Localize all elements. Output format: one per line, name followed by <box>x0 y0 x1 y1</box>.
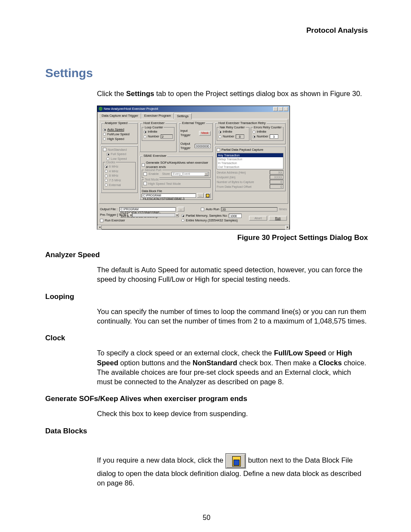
partial-capture-checkbox[interactable] <box>217 148 220 152</box>
close-button[interactable]: × <box>283 107 288 111</box>
hs-test-checkbox[interactable] <box>143 182 147 185</box>
retry-group: Host Exerciser Transaction Retry Nak Ret… <box>215 121 286 145</box>
clock1-label: 6 MHz <box>109 165 118 169</box>
bytes-label: Number of Bytes to Capture <box>217 180 254 184</box>
data-block-file-icon <box>225 453 246 469</box>
clock-t1: To specify a clock speed or an external … <box>97 349 274 357</box>
radio-err-number[interactable] <box>252 135 255 138</box>
fullspeed-label: Full Speed <box>111 152 126 156</box>
endpoint-label: Endpoint (bin) <box>217 175 236 179</box>
intro-paragraph: Click the Settings tab to open the Proje… <box>97 89 368 98</box>
horizontal-scrollbar[interactable]: ◂ ▸ <box>97 225 290 229</box>
abort-button[interactable]: Abort <box>249 216 267 221</box>
endpoint-input[interactable]: XXXX <box>270 175 283 179</box>
errors-legend: Errors Retry Counter <box>253 125 283 129</box>
file-icon <box>206 194 209 197</box>
input-trigger-label: Input Trigger <box>181 129 198 137</box>
dev-addr-input[interactable]: XX <box>270 170 283 174</box>
clock-t8: Clocks <box>318 359 342 367</box>
err-infinite-label: Infinite <box>257 130 266 134</box>
radio-partial-memory[interactable] <box>181 214 184 217</box>
loop-number-input[interactable]: 2 <box>161 134 173 139</box>
radio-full-speed[interactable] <box>106 153 109 156</box>
nak-number-input[interactable]: 0 <box>236 134 244 139</box>
radio-clock-75[interactable] <box>105 179 108 182</box>
tab-data-capture[interactable]: Data Capture and Trigger <box>99 113 141 119</box>
offset-input[interactable]: 0 <box>270 184 283 189</box>
bytes-input[interactable]: 0 <box>270 180 283 184</box>
nonstandard-checkbox[interactable] <box>103 148 106 151</box>
dialog-title: New Analyzer/Host Exerciser Project4 <box>104 107 158 111</box>
mask-button[interactable]: Mask <box>199 131 211 136</box>
loop-counter-label: Loop Counter <box>144 125 164 129</box>
db-t1: If you require a new data block, click t… <box>97 456 225 464</box>
nonstandard-label: NonStandard <box>108 148 127 152</box>
run-exerciser-checkbox[interactable] <box>100 219 103 222</box>
partial-mem-label: Partial Memory, Samples No: <box>186 214 227 218</box>
output-trigger-input[interactable]: 00000000 <box>195 144 211 148</box>
radio-fulllow-speed[interactable] <box>103 133 106 136</box>
clock5-label: External <box>109 183 121 187</box>
looping-body: You can specify the number of times to l… <box>97 307 368 326</box>
radio-err-infinite[interactable] <box>252 131 255 134</box>
data-block-path-input[interactable]: C:\PROGRAM FILES\CATALYST\SBAE\SBAE-3 <box>142 193 196 198</box>
list-item-out[interactable]: Out Transaction <box>217 165 283 169</box>
nak-legend: Nak Retry Counter <box>219 125 246 129</box>
partial-mem-input[interactable]: 1000 <box>229 214 242 218</box>
intro-2: tab to open the Project settings dialog … <box>154 90 362 97</box>
settings-dialog: New Analyzer/Host Exerciser Project4 _ □… <box>97 106 290 230</box>
test-mode-label: Test Mode <box>144 177 159 181</box>
radio-loop-number[interactable] <box>143 135 146 138</box>
scroll-right-icon[interactable]: ▸ <box>285 225 290 230</box>
radio-entire-memory[interactable] <box>181 219 184 222</box>
clock-t2: Full/Low Speed <box>274 349 326 357</box>
clock-body: To specify a clock speed or an external … <box>97 348 368 386</box>
partial-capture-label: Partial Data Payload Capture <box>221 148 263 152</box>
tab-exerciser-program[interactable]: Exerciser Program <box>141 113 174 119</box>
clock2-label: 4 MHz <box>109 169 118 174</box>
maximize-button[interactable]: □ <box>278 107 283 111</box>
analyzer-speed-group: Analyzer Speed Auto Speed Full/Low Speed… <box>101 121 138 144</box>
clock-t3: or <box>326 349 336 357</box>
data-blocks-body: If you require a new data block, click t… <box>97 453 368 488</box>
transaction-listbox[interactable]: Any Transaction Setup Transaction In Tra… <box>217 153 283 169</box>
radio-nak-number[interactable] <box>218 135 221 138</box>
data-block-browse-button[interactable]: ... <box>197 193 204 198</box>
enable-label: Enable <box>149 172 159 176</box>
minimize-button[interactable]: _ <box>273 107 278 111</box>
radio-clock-4[interactable] <box>105 170 108 173</box>
list-item-in[interactable]: In Transaction <box>217 161 283 165</box>
partial-capture-group: Partial Data Payload Capture Any Transac… <box>215 146 286 191</box>
enable-checkbox[interactable] <box>143 172 147 176</box>
list-item-any[interactable]: Any Transaction <box>217 153 283 157</box>
radio-clock-ext[interactable] <box>105 184 108 187</box>
clocks-legend: Clocks <box>105 160 116 164</box>
radio-nak-infinite[interactable] <box>218 131 221 134</box>
fulllow-label: Full/Low Speed <box>107 132 130 137</box>
page-number: 50 <box>45 513 368 523</box>
scroll-left-icon[interactable]: ◂ <box>97 225 102 230</box>
radio-clock-6[interactable] <box>105 165 108 168</box>
auto-run-input[interactable]: 20 <box>221 207 277 212</box>
run-button[interactable]: Run <box>269 216 287 221</box>
analyzer-speed-legend: Analyzer Speed <box>104 121 128 125</box>
radio-high-speed[interactable] <box>103 137 106 140</box>
pretrigger-slider[interactable]: ◂▸ <box>129 213 179 217</box>
gen-sof-checkbox[interactable] <box>142 163 145 167</box>
nak-infinite-label: Infinite <box>223 130 232 134</box>
list-item-setup[interactable]: Setup Transaction <box>217 157 283 161</box>
intro-1: Click the <box>97 90 126 97</box>
data-block-file-button[interactable] <box>205 193 211 198</box>
store-value: Every_Event <box>173 172 190 176</box>
hs-test-label: High Speed Test Mode <box>148 182 181 186</box>
output-file-input[interactable]: C:\PROGRAM FILES\CATALYST\SBAE\SBAE-30\5… <box>119 207 176 212</box>
external-trigger-legend: External Trigger <box>181 121 206 125</box>
output-browse-button[interactable]: ... <box>177 207 184 212</box>
store-dropdown[interactable]: Every_Event ▾ <box>171 172 209 176</box>
tab-settings[interactable]: Settings <box>174 113 192 119</box>
radio-clock-8[interactable] <box>105 174 108 177</box>
radio-loop-infinite[interactable] <box>143 131 146 134</box>
err-number-input[interactable]: 3 <box>270 134 278 139</box>
radio-auto-speed[interactable] <box>103 128 106 131</box>
auto-run-checkbox[interactable] <box>201 208 204 211</box>
